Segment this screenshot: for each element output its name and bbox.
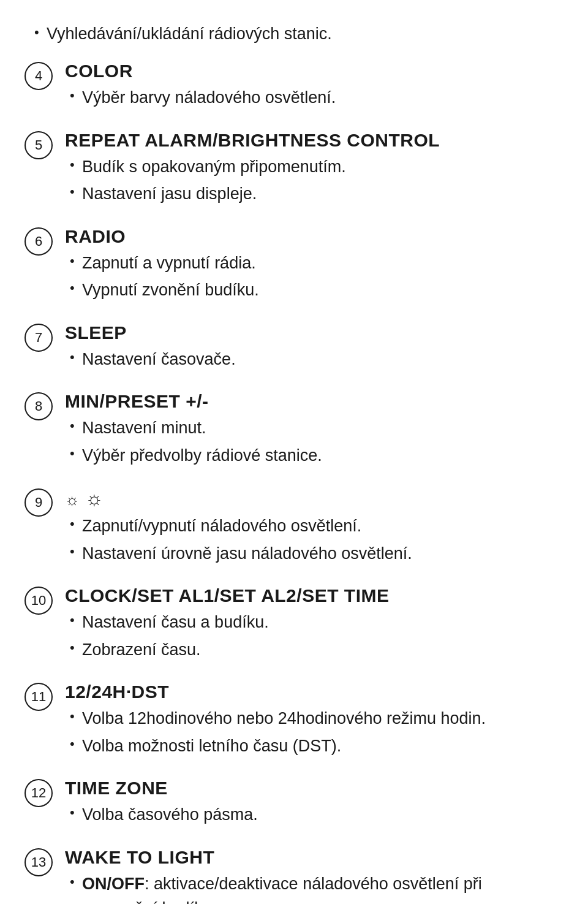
bullet-list-9: Zapnutí/vypnutí náladového osvětlení.Nas…	[65, 514, 551, 566]
section-7: 7SLEEPNastavení časovače.	[24, 322, 551, 374]
section-title-7: SLEEP	[65, 322, 551, 343]
section-content-12: TIME ZONEVolba časového pásma.	[65, 778, 551, 830]
circle-num-5: 5	[24, 131, 53, 159]
bullet-item-5-1: Nastavení jasu displeje.	[65, 181, 551, 207]
bullet-item-13-0: ON/OFF: aktivace/deaktivace náladového o…	[65, 872, 551, 905]
bullet-item-4-0: Výběr barvy náladového osvětlení.	[65, 85, 551, 110]
section-content-5: REPEAT ALARM/BRIGHTNESS CONTROLBudík s o…	[65, 130, 551, 209]
bullet-item-6-0: Zapnutí a vypnutí rádia.	[65, 251, 551, 276]
section-6: 6RADIOZapnutí a vypnutí rádia.Vypnutí zv…	[24, 226, 551, 305]
bullet-item-9-0: Zapnutí/vypnutí náladového osvětlení.	[65, 514, 551, 539]
circle-num-7: 7	[24, 324, 53, 352]
bullet-item-10-1: Zobrazení času.	[65, 637, 551, 663]
bullet-item-5-0: Budík s opakovaným připomenutím.	[65, 154, 551, 180]
bullet-list-10: Nastavení času a budíku.Zobrazení času.	[65, 610, 551, 662]
section-content-4: COLORVýběr barvy náladového osvětlení.	[65, 61, 551, 113]
circle-num-11: 11	[24, 683, 53, 711]
section-12: 12TIME ZONEVolba časového pásma.	[24, 778, 551, 830]
bullet-item-8-0: Nastavení minut.	[65, 416, 551, 441]
section-content-13: WAKE TO LIGHTON/OFF: aktivace/deaktivace…	[65, 847, 551, 905]
section-8: 8MIN/PRESET +/-Nastavení minut.Výběr pře…	[24, 391, 551, 470]
section-4: 4COLORVýběr barvy náladového osvětlení.	[24, 61, 551, 113]
bullet-item-10-0: Nastavení času a budíku.	[65, 610, 551, 635]
bullet-item-12-0: Volba časového pásma.	[65, 802, 551, 827]
section-title-12: TIME ZONE	[65, 778, 551, 799]
sections-container: 4COLORVýběr barvy náladového osvětlení.5…	[24, 61, 551, 904]
bullet-list-8: Nastavení minut.Výběr předvolby rádiové …	[65, 416, 551, 468]
section-content-11: 12/24H·DSTVolba 12hodinového nebo 24hodi…	[65, 682, 551, 761]
section-content-8: MIN/PRESET +/-Nastavení minut.Výběr před…	[65, 391, 551, 470]
bullet-item-6-1: Vypnutí zvonění budíku.	[65, 278, 551, 303]
section-content-6: RADIOZapnutí a vypnutí rádia.Vypnutí zvo…	[65, 226, 551, 305]
section-content-9: ☼ ☼Zapnutí/vypnutí náladového osvětlení.…	[65, 487, 551, 568]
bullet-list-7: Nastavení časovače.	[65, 347, 551, 372]
bullet-list-11: Volba 12hodinového nebo 24hodinového rež…	[65, 706, 551, 758]
circle-num-13: 13	[24, 848, 53, 876]
bullet-item-11-0: Volba 12hodinového nebo 24hodinového rež…	[65, 706, 551, 731]
circle-num-4: 4	[24, 62, 53, 90]
section-title-6: RADIO	[65, 226, 551, 247]
bullet-item-11-1: Volba možnosti letního času (DST).	[65, 734, 551, 759]
bullet-item-7-0: Nastavení časovače.	[65, 347, 551, 372]
circle-num-12: 12	[24, 779, 53, 807]
section-13: 13WAKE TO LIGHTON/OFF: aktivace/deaktiva…	[24, 847, 551, 905]
sun-small-icon: ☼	[65, 490, 80, 509]
bullet-list-5: Budík s opakovaným připomenutím.Nastaven…	[65, 154, 551, 207]
section-title-10: CLOCK/SET AL1/SET AL2/SET TIME	[65, 585, 551, 606]
section-title-11: 12/24H·DST	[65, 682, 551, 702]
section-5: 5REPEAT ALARM/BRIGHTNESS CONTROLBudík s …	[24, 130, 551, 209]
bullet-list-13: ON/OFF: aktivace/deaktivace náladového o…	[65, 872, 551, 905]
section-title-9: ☼ ☼	[65, 487, 551, 510]
section-title-5: REPEAT ALARM/BRIGHTNESS CONTROL	[65, 130, 551, 151]
top-bullet-item: Vyhledávání/ukládání rádiových stanic.	[24, 25, 551, 44]
circle-num-6: 6	[24, 227, 53, 256]
bullet-list-12: Volba časového pásma.	[65, 802, 551, 827]
section-title-13: WAKE TO LIGHT	[65, 847, 551, 868]
circle-num-10: 10	[24, 587, 53, 615]
bullet-list-6: Zapnutí a vypnutí rádia.Vypnutí zvonění …	[65, 251, 551, 303]
section-content-10: CLOCK/SET AL1/SET AL2/SET TIMENastavení …	[65, 585, 551, 664]
sun-large-icon: ☼	[85, 487, 104, 509]
section-title-4: COLOR	[65, 61, 551, 82]
circle-num-8: 8	[24, 392, 53, 420]
section-title-8: MIN/PRESET +/-	[65, 391, 551, 412]
section-9: 9☼ ☼Zapnutí/vypnutí náladového osvětlení…	[24, 487, 551, 568]
bullet-list-4: Výběr barvy náladového osvětlení.	[65, 85, 551, 110]
circle-num-9: 9	[24, 488, 53, 517]
bullet-item-8-1: Výběr předvolby rádiové stanice.	[65, 443, 551, 468]
section-10: 10CLOCK/SET AL1/SET AL2/SET TIMENastaven…	[24, 585, 551, 664]
bullet-item-9-1: Nastavení úrovně jasu náladového osvětle…	[65, 541, 551, 566]
section-11: 1112/24H·DSTVolba 12hodinového nebo 24ho…	[24, 682, 551, 761]
section-content-7: SLEEPNastavení časovače.	[65, 322, 551, 374]
